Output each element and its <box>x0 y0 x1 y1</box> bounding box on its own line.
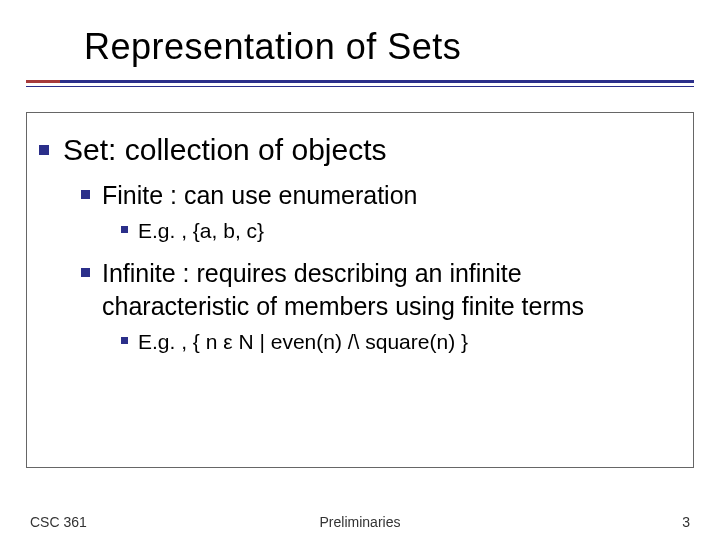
bullet-text: E.g. , {a, b, c} <box>138 217 264 245</box>
bullet-text: Set: collection of objects <box>63 131 387 169</box>
slide-title: Representation of Sets <box>84 26 692 68</box>
bullet-level1: Set: collection of objects <box>39 131 675 169</box>
slide: Representation of Sets Set: collection o… <box>0 0 720 540</box>
title-rule-accent <box>26 80 60 83</box>
square-bullet-icon <box>121 226 128 233</box>
bullet-level3-infinite-example: E.g. , { n ε N | even(n) /\ square(n) } <box>121 328 675 356</box>
footer-center: Preliminaries <box>0 514 720 530</box>
bullet-level2-infinite: Infinite : requires describing an infini… <box>81 257 675 322</box>
bullet-level3-finite-example: E.g. , {a, b, c} <box>121 217 675 245</box>
square-bullet-icon <box>121 337 128 344</box>
bullet-text: Infinite : requires describing an infini… <box>102 257 675 322</box>
square-bullet-icon <box>81 190 90 199</box>
bullet-text: E.g. , { n ε N | even(n) /\ square(n) } <box>138 328 468 356</box>
bullet-level2-finite: Finite : can use enumeration <box>81 179 675 212</box>
bullet-text: Finite : can use enumeration <box>102 179 417 212</box>
square-bullet-icon <box>39 145 49 155</box>
square-bullet-icon <box>81 268 90 277</box>
content-box: Set: collection of objects Finite : can … <box>26 112 694 468</box>
title-rule-thick <box>26 80 694 83</box>
title-rule-thin <box>26 86 694 87</box>
footer: CSC 361 Preliminaries 3 <box>0 514 720 530</box>
